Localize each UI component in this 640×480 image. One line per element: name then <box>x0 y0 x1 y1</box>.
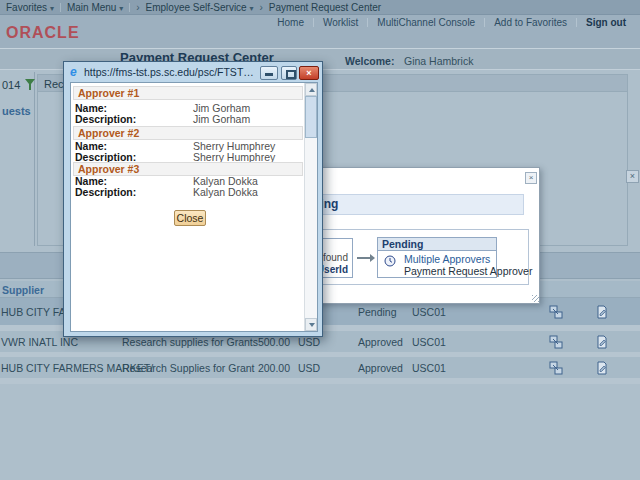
view-request-icon[interactable] <box>595 361 609 375</box>
browser-icon: e <box>70 65 77 79</box>
scroll-up-icon[interactable] <box>305 83 317 96</box>
approval-status-icon[interactable] <box>549 305 563 319</box>
nav-employee-self-service[interactable]: Employee Self-Service ▾ <box>146 2 254 13</box>
link-separator <box>313 18 314 27</box>
payment-request-center-screen: Favorites ▾ Main Menu ▾ › Employee Self-… <box>0 0 640 480</box>
welcome-user: Gina Hambrick <box>404 55 473 67</box>
link-multichannel-console[interactable]: MultiChannel Console <box>377 17 475 28</box>
scrollbar[interactable] <box>304 83 317 331</box>
requests-panel-caption-fragment: Rec <box>44 78 64 90</box>
clock-icon <box>384 255 396 267</box>
nav-separator <box>129 3 130 12</box>
scrollbar-thumb[interactable] <box>305 96 317 138</box>
view-request-icon[interactable] <box>595 305 609 319</box>
row-separator <box>0 378 640 384</box>
minimize-icon <box>265 73 273 76</box>
date-filter-fragment: 014 <box>2 79 20 91</box>
approval-status-icon[interactable] <box>549 335 563 349</box>
link-add-to-favorites[interactable]: Add to Favorites <box>494 17 567 28</box>
maximize-button[interactable] <box>281 66 297 80</box>
cell-amount: 200.00 <box>240 362 290 374</box>
cell-supplier: VWR INATL INC <box>1 336 78 348</box>
scroll-down-icon[interactable] <box>305 318 317 331</box>
nav-separator <box>60 3 61 12</box>
filter-panel <box>0 72 35 246</box>
approver-section-header: Approver #3 <box>73 162 303 176</box>
approver-role-label: Payment Request Approver <box>404 265 532 277</box>
dropdown-arrow-icon: ▾ <box>119 4 123 13</box>
approver-description: Kalyan Dokka <box>193 186 258 198</box>
welcome-label: Welcome: <box>345 55 394 67</box>
oracle-logo: ORACLE <box>6 24 80 42</box>
approvers-popup-window: e https://fms-tst.ps.sc.edu/psc/FTST_new… <box>63 61 323 337</box>
multiple-approvers-link[interactable]: Multiple Approvers <box>404 253 490 265</box>
step-status-header: Pending <box>378 238 496 251</box>
column-header-supplier[interactable]: Supplier <box>2 284 44 296</box>
nav-payment-request-center[interactable]: Payment Request Center <box>269 2 381 13</box>
view-request-icon[interactable] <box>595 335 609 349</box>
cell-business-unit: USC01 <box>412 336 446 348</box>
flow-arrow-icon <box>357 257 370 259</box>
cell-currency: USD <box>298 336 320 348</box>
flow-arrow-icon <box>370 254 375 262</box>
description-label: Description: <box>75 186 136 198</box>
approver-section-header: Approver #2 <box>73 126 303 140</box>
approver-description: Jim Gorham <box>193 113 250 125</box>
cell-status: Approved <box>358 336 403 348</box>
funnel-icon[interactable] <box>25 79 35 90</box>
popup-title-url: https://fms-tst.ps.sc.edu/psc/FTST_newwi… <box>84 66 254 78</box>
dropdown-arrow-icon: ▾ <box>249 4 253 13</box>
approval-step-pending: Pending Multiple Approvers Payment Reque… <box>377 237 497 278</box>
cell-currency: USD <box>298 362 320 374</box>
breadcrumb: Favorites ▾ Main Menu ▾ › Employee Self-… <box>0 0 640 15</box>
utility-links: Home Worklist MultiChannel Console Add t… <box>277 17 626 28</box>
cell-business-unit: USC01 <box>412 306 446 318</box>
link-separator <box>367 18 368 27</box>
close-button[interactable]: Close <box>174 210 206 226</box>
nav-main-menu[interactable]: Main Menu ▾ <box>67 2 123 13</box>
modal-close-icon[interactable]: × <box>525 172 537 184</box>
secondary-close-icon[interactable]: × <box>626 170 639 183</box>
table-row: HUB CITY FARMERS MARKET/ Research Suppli… <box>0 357 640 378</box>
window-close-button[interactable]: × <box>299 66 319 80</box>
popup-content: Approver #1 Name: Jim Gorham Description… <box>70 82 318 332</box>
approval-status-icon[interactable] <box>549 361 563 375</box>
nav-favorites[interactable]: Favorites ▾ <box>6 2 54 13</box>
cell-business-unit: USC01 <box>412 362 446 374</box>
link-home[interactable]: Home <box>277 17 304 28</box>
description-label: Description: <box>75 113 136 125</box>
chevron-right-icon: › <box>136 2 139 13</box>
approver-section-header: Approver #1 <box>73 86 303 100</box>
maximize-icon <box>286 70 296 79</box>
dropdown-arrow-icon: ▾ <box>50 4 54 13</box>
cell-description: Research supplies for Grants <box>122 336 258 348</box>
cell-status: Approved <box>358 362 403 374</box>
cell-amount: 500.00 <box>240 336 290 348</box>
minimize-button[interactable] <box>260 66 278 80</box>
link-separator <box>484 18 485 27</box>
cell-status: Pending <box>358 306 397 318</box>
chevron-right-icon: › <box>259 2 262 13</box>
cell-description: Research Supplies for Grant <box>122 362 254 374</box>
requests-link-fragment[interactable]: uests <box>2 105 31 117</box>
link-worklist[interactable]: Worklist <box>323 17 358 28</box>
resize-grip-icon[interactable] <box>532 295 539 302</box>
link-separator <box>576 18 577 27</box>
link-sign-out[interactable]: Sign out <box>586 17 626 28</box>
